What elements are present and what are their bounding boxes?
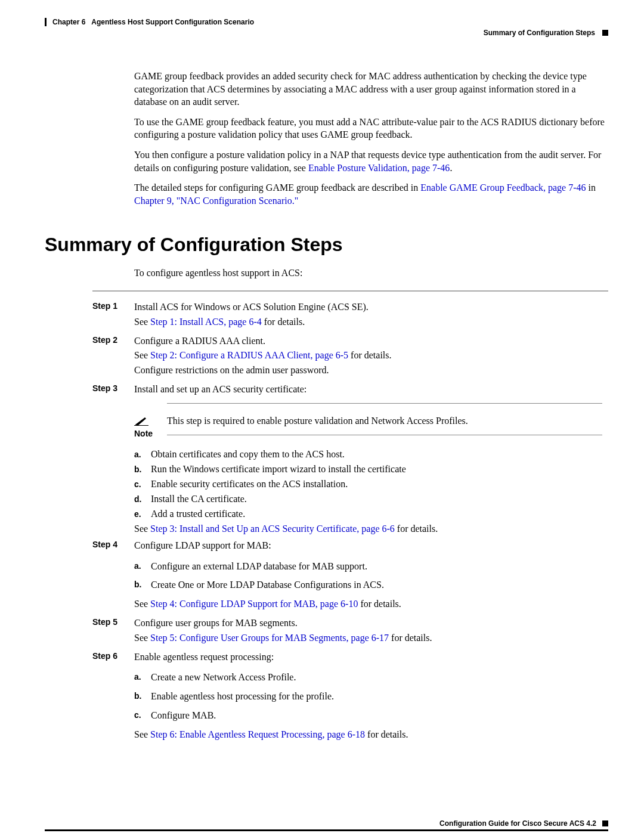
step-see: See Step 1: Install ACS, page 6-4 for de…: [134, 315, 608, 330]
sub-text: Create One or More LDAP Database Configu…: [151, 578, 608, 593]
step-label: Step 6: [92, 650, 134, 742]
chapter-title: Agentless Host Support Configuration Sce…: [91, 18, 254, 26]
chapter-label: Chapter 6: [52, 18, 85, 26]
see-pre: See: [134, 317, 150, 327]
sub-label: b.: [134, 689, 151, 704]
intro-p4-mid: in: [586, 182, 596, 193]
sub-label: e.: [134, 509, 151, 519]
step-3: Step 3 Install and set up an ACS securit…: [92, 382, 608, 397]
step-2: Step 2 Configure a RADIUS AAA client. Se…: [92, 334, 608, 378]
note-label: Note: [134, 429, 167, 438]
see-post: for details.: [365, 729, 408, 739]
step-label: Step 4: [92, 538, 134, 612]
step-see: See Step 4: Configure LDAP Support for M…: [134, 597, 608, 612]
step-see: See Step 2: Configure a RADIUS AAA Clien…: [134, 348, 608, 363]
intro-para-4: The detailed steps for configuring GAME …: [134, 181, 608, 207]
intro-para-1: GAME group feedback provides an added se…: [134, 70, 608, 109]
step3-sublist: a.Obtain certificates and copy them to t…: [134, 449, 608, 519]
link-enable-posture[interactable]: Enable Posture Validation, page 7-46: [308, 163, 450, 173]
lead-text: To configure agentless host support in A…: [134, 267, 608, 280]
footer-divider: [45, 829, 608, 831]
sub-text: Enable security certificates on the ACS …: [151, 479, 608, 490]
step-text: Configure LDAP support for MAB:: [134, 538, 608, 553]
sub-text: Run the Windows certificate import wizar…: [151, 464, 608, 475]
note-block: Note This step is required to enable pos…: [134, 403, 608, 438]
list-item: e.Add a trusted certificate.: [134, 509, 608, 519]
step-text: Configure a RADIUS AAA client.: [134, 334, 608, 349]
sub-text: Enable agentless host processing for the…: [151, 689, 608, 704]
see-pre: See: [134, 524, 150, 534]
link-chapter9[interactable]: Chapter 9, "NAC Configuration Scenario.": [134, 196, 298, 206]
intro-content: GAME group feedback provides an added se…: [134, 70, 608, 207]
sub-text: Create a new Network Access Profile.: [151, 670, 608, 685]
step-text: Configure user groups for MAB segments.: [134, 616, 608, 631]
see-pre: See: [134, 599, 150, 609]
sub-label: a.: [134, 559, 151, 574]
step-1: Step 1 Install ACS for Windows or ACS So…: [92, 300, 608, 330]
step-label: Step 5: [92, 616, 134, 646]
pencil-icon: [134, 415, 148, 426]
chapter-header: Chapter 6 Agentless Host Support Configu…: [45, 18, 608, 26]
sub-label: b.: [134, 578, 151, 593]
step-text: Install and set up an ACS security certi…: [134, 382, 608, 397]
step-label: Step 1: [92, 300, 134, 330]
step-text: Install ACS for Windows or ACS Solution …: [134, 300, 608, 315]
see-post: for details.: [389, 633, 432, 643]
step-5: Step 5 Configure user groups for MAB seg…: [92, 616, 608, 646]
step-label: Step 2: [92, 334, 134, 378]
list-item: b.Run the Windows certificate import wiz…: [134, 464, 608, 475]
see-pre: See: [134, 350, 150, 360]
header-bar-icon: [45, 18, 47, 26]
list-item: c.Configure MAB.: [134, 708, 608, 723]
step4-sublist: a.Configure an external LDAP database fo…: [134, 559, 608, 593]
list-item: c.Enable security certificates on the AC…: [134, 479, 608, 490]
link-step3[interactable]: Step 3: Install and Set Up an ACS Securi…: [150, 524, 395, 534]
sub-label: d.: [134, 494, 151, 504]
step-see: See Step 6: Enable Agentless Request Pro…: [134, 727, 608, 742]
sub-text: Configure MAB.: [151, 708, 608, 723]
link-step4[interactable]: Step 4: Configure LDAP Support for MAB, …: [150, 599, 358, 609]
step-label: Step 3: [92, 382, 134, 397]
section-title: Summary of Configuration Steps: [484, 29, 595, 37]
list-item: b.Enable agentless host processing for t…: [134, 689, 608, 704]
see-post: for details.: [262, 317, 305, 327]
list-item: a.Create a new Network Access Profile.: [134, 670, 608, 685]
page-title: Summary of Configuration Steps: [45, 234, 608, 256]
sub-text: Add a trusted certificate.: [151, 509, 608, 519]
guide-title: Configuration Guide for Cisco Secure ACS…: [439, 819, 596, 828]
intro-p3-end: .: [450, 163, 452, 173]
link-step2[interactable]: Step 2: Configure a RADIUS AAA Client, p…: [150, 350, 348, 360]
see-post: for details.: [358, 599, 401, 609]
link-game-feedback[interactable]: Enable GAME Group Feedback, page 7-46: [420, 182, 586, 193]
intro-para-2: To use the GAME group feedback feature, …: [134, 116, 608, 141]
square-icon: [602, 30, 608, 36]
step-4: Step 4 Configure LDAP support for MAB: a…: [92, 538, 608, 612]
intro-para-3: You then configure a posture validation …: [134, 148, 608, 174]
link-step6[interactable]: Step 6: Enable Agentless Request Process…: [150, 729, 365, 739]
section-header-right: Summary of Configuration Steps: [45, 29, 608, 37]
page-footer: Configuration Guide for Cisco Secure ACS…: [45, 819, 608, 833]
step-text: Enable agentless request processing:: [134, 650, 608, 665]
link-step5[interactable]: Step 5: Configure User Groups for MAB Se…: [150, 633, 389, 643]
sub-label: b.: [134, 464, 151, 475]
intro-p4-a: The detailed steps for configuring GAME …: [134, 182, 420, 193]
list-item: b.Create One or More LDAP Database Confi…: [134, 578, 608, 593]
see-pre: See: [134, 633, 150, 643]
see-post: for details.: [395, 524, 438, 534]
list-item: d.Install the CA certificate.: [134, 494, 608, 504]
sub-label: a.: [134, 670, 151, 685]
step-see: See Step 3: Install and Set Up an ACS Se…: [134, 524, 608, 534]
steps-list: Step 1 Install ACS for Windows or ACS So…: [92, 300, 608, 742]
sub-label: a.: [134, 449, 151, 460]
note-text: This step is required to enable posture …: [167, 403, 602, 435]
sub-text: Install the CA certificate.: [151, 494, 608, 504]
step-extra: Configure restrictions on the admin user…: [134, 363, 608, 378]
step6-sublist: a.Create a new Network Access Profile. b…: [134, 670, 608, 723]
link-step1[interactable]: Step 1: Install ACS, page 6-4: [150, 317, 262, 327]
sub-text: Configure an external LDAP database for …: [151, 559, 608, 574]
sub-text: Obtain certificates and copy them to the…: [151, 449, 608, 460]
list-item: a.Configure an external LDAP database fo…: [134, 559, 608, 574]
list-item: a.Obtain certificates and copy them to t…: [134, 449, 608, 460]
step-6: Step 6 Enable agentless request processi…: [92, 650, 608, 742]
step-see: See Step 5: Configure User Groups for MA…: [134, 631, 608, 646]
